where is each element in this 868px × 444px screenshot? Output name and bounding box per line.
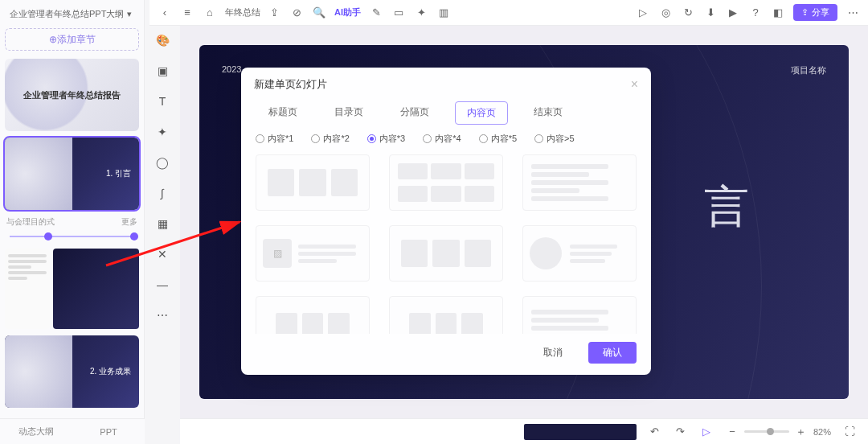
- template-option[interactable]: [389, 225, 503, 282]
- radio-content-3[interactable]: 内容*3: [367, 133, 405, 145]
- radio-content-1[interactable]: 内容*1: [256, 133, 293, 145]
- radio-content-more[interactable]: 内容>5: [534, 133, 575, 145]
- content-count-radios: 内容*1 内容*2 内容*3 内容*4 内容*5 内容>5: [241, 128, 651, 151]
- cancel-button[interactable]: 取消: [529, 342, 577, 364]
- tab-title-page[interactable]: 标题页: [257, 101, 309, 125]
- template-option[interactable]: [389, 154, 503, 211]
- radio-label: 内容*1: [268, 133, 293, 145]
- modal-footer: 取消 确认: [241, 334, 651, 375]
- template-option[interactable]: [256, 154, 370, 211]
- template-option[interactable]: ▨: [256, 225, 370, 282]
- radio-content-5[interactable]: 内容*5: [479, 133, 517, 145]
- radio-label: 内容*3: [379, 133, 405, 145]
- tab-toc-page[interactable]: 目录页: [323, 101, 375, 125]
- radio-label: 内容*5: [491, 133, 517, 145]
- template-option[interactable]: [256, 296, 370, 334]
- template-grid: ▨: [241, 151, 651, 334]
- modal-header: 新建单页幻灯片 ×: [241, 68, 651, 97]
- tab-end-page[interactable]: 结束页: [522, 101, 574, 125]
- tab-content-page[interactable]: 内容页: [455, 101, 508, 125]
- confirm-button[interactable]: 确认: [588, 342, 637, 364]
- radio-label: 内容>5: [547, 133, 575, 145]
- tab-divider-page[interactable]: 分隔页: [389, 101, 440, 125]
- radio-label: 内容*4: [435, 133, 461, 145]
- template-option[interactable]: [522, 296, 637, 334]
- modal-tabs: 标题页 目录页 分隔页 内容页 结束页: [241, 97, 651, 128]
- radio-content-4[interactable]: 内容*4: [423, 133, 461, 145]
- modal-title: 新建单页幻灯片: [254, 77, 327, 92]
- new-slide-modal: 新建单页幻灯片 × 标题页 目录页 分隔页 内容页 结束页 内容*1 内容*2 …: [241, 68, 651, 375]
- radio-content-2[interactable]: 内容*2: [311, 133, 349, 145]
- template-option[interactable]: [389, 296, 503, 334]
- image-icon: ▨: [263, 239, 292, 268]
- template-option[interactable]: [522, 225, 637, 282]
- close-icon[interactable]: ×: [631, 78, 638, 91]
- radio-label: 内容*2: [323, 133, 349, 145]
- template-option[interactable]: [522, 154, 637, 211]
